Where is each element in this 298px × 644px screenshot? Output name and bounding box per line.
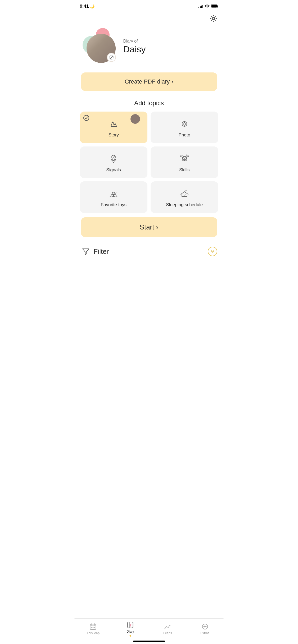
svg-text:z: z: [184, 194, 185, 196]
chevron-down-icon: [210, 249, 215, 254]
topic-label-sleeping-schedule: Sleeping schedule: [166, 202, 203, 208]
svg-rect-1: [217, 6, 218, 7]
photo-icon: [179, 118, 190, 130]
moon-icon: 🌙: [90, 4, 94, 8]
topic-label-photo: Photo: [179, 132, 190, 138]
edit-icon: [109, 55, 114, 60]
topic-label-skills: Skills: [179, 167, 190, 173]
topic-card-signals[interactable]: Signals: [80, 146, 148, 178]
topic-card-story[interactable]: Story: [80, 112, 148, 143]
svg-point-14: [184, 157, 185, 158]
skills-icon: [179, 153, 190, 165]
topic-card-photo[interactable]: Photo: [151, 112, 218, 143]
filter-chevron-button[interactable]: [208, 247, 217, 256]
diary-of-label: Diary of: [123, 39, 216, 44]
wifi-icon: [205, 4, 209, 8]
svg-point-3: [213, 18, 214, 20]
svg-text:z: z: [185, 193, 186, 195]
profile-section: Diary of Daisy: [75, 25, 224, 70]
avatar-container: [83, 28, 117, 65]
svg-point-15: [180, 156, 181, 157]
signals-icon: [108, 153, 119, 165]
battery-icon: [211, 4, 218, 8]
story-icon: [108, 118, 119, 130]
topic-card-favorite-toys[interactable]: Favorite toys: [80, 181, 148, 213]
avatar-edit-button[interactable]: [107, 53, 116, 62]
svg-point-16: [188, 156, 189, 157]
status-icons: [198, 4, 218, 8]
check-icon: [83, 115, 89, 121]
sleeping-schedule-icon: z z: [179, 188, 190, 200]
profile-name: Daisy: [123, 44, 216, 54]
story-avatar-dot: [130, 114, 140, 124]
create-pdf-button[interactable]: Create PDF diary ›: [81, 72, 217, 91]
topic-label-signals: Signals: [106, 167, 121, 173]
topics-grid: Story Photo: [75, 112, 224, 213]
topic-label-favorite-toys: Favorite toys: [101, 202, 127, 208]
topic-card-skills[interactable]: Skills: [151, 146, 218, 178]
header: [75, 12, 224, 25]
create-pdf-label: Create PDF diary ›: [125, 78, 173, 85]
status-bar: 9:41 🌙: [75, 0, 224, 12]
start-button[interactable]: Start ›: [81, 217, 217, 237]
profile-info: Diary of Daisy: [123, 39, 216, 54]
filter-icon: [81, 247, 91, 256]
topic-label-story: Story: [108, 132, 119, 138]
gear-icon: [210, 15, 217, 22]
svg-line-7: [110, 58, 111, 58]
filter-section: Filter: [75, 242, 224, 260]
start-label: Start ›: [140, 223, 159, 231]
signal-icon: [198, 4, 203, 8]
add-topics-section: Add topics Story: [75, 97, 224, 213]
topic-card-sleeping-schedule[interactable]: z z Sleeping schedule: [151, 181, 218, 213]
svg-point-8: [84, 115, 89, 121]
filter-label: Filter: [94, 247, 109, 256]
favorite-toys-icon: [108, 188, 119, 200]
status-time: 9:41 🌙: [80, 4, 95, 9]
settings-button[interactable]: [209, 14, 218, 23]
svg-rect-2: [211, 5, 217, 8]
add-topics-title: Add topics: [75, 97, 224, 112]
